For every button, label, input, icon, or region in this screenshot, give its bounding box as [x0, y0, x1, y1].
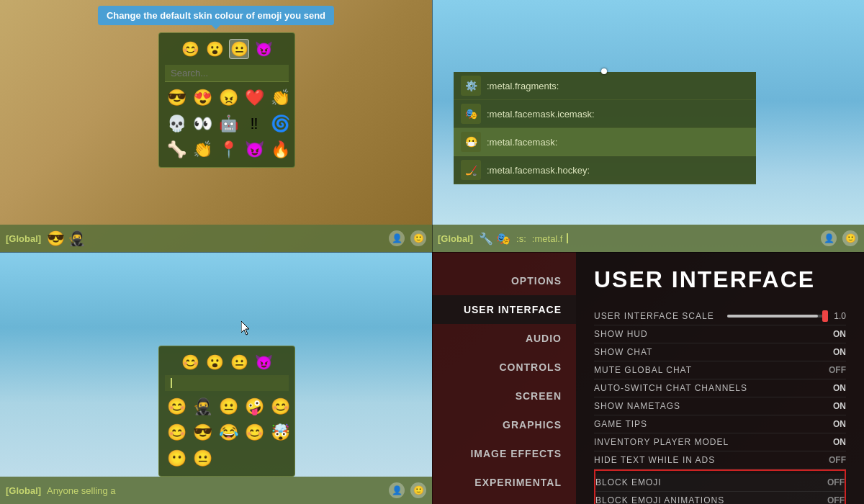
slider-track[interactable] [727, 315, 828, 318]
emoji-q3-6[interactable]: 😊 [165, 421, 188, 444]
chat-emoji-2: 🥷 [68, 230, 86, 247]
skin-tone-selector[interactable]: 😊 😮 😐 😈 [165, 39, 289, 59]
value-show-chat[interactable]: ON [810, 347, 846, 357]
skin-top-2[interactable]: 😮 [204, 352, 225, 372]
top-right-quadrant: ⚙️ :metal.fragments: 🎭 :metal.facemask.i… [432, 0, 864, 252]
value-block-animations[interactable]: OFF [809, 495, 845, 504]
emoji-cell[interactable]: 🤖 [217, 112, 240, 135]
emoji-cell[interactable]: 😎 [165, 86, 188, 109]
emoji-cell[interactable]: ‼️ [243, 112, 266, 135]
emoji-cell[interactable]: 🔥 [269, 138, 292, 161]
setting-row-ui-scale: USER INTERFACE SCALE 1.0 [594, 307, 846, 325]
search-with-cursor[interactable] [165, 375, 289, 391]
emoji-button-icon-q3[interactable]: 🙂 [410, 482, 426, 498]
skin-tone-medium-light[interactable]: 😐 [229, 39, 249, 59]
nav-item-image-effects[interactable]: IMAGE EFFECTS [432, 439, 576, 468]
emoji-q3-8[interactable]: 😂 [217, 421, 240, 444]
slider-fill [727, 315, 818, 318]
emoji-cell[interactable]: 👏 [269, 86, 292, 109]
bottom-left-quadrant: 😊 😮 😐 😈 😊 🥷 😐 🤪 😊 😊 😎 😂 😊 🤯 😶 😐 [0, 252, 432, 504]
skin-top-3[interactable]: 😐 [229, 352, 249, 372]
emoji-q3-4[interactable]: 🤪 [243, 395, 266, 418]
value-autoswitch[interactable]: ON [810, 383, 846, 393]
nav-item-audio[interactable]: AUDIO [432, 324, 576, 353]
nav-item-graphics[interactable]: GRAPHICS [432, 410, 576, 439]
value-show-hud[interactable]: ON [810, 329, 846, 339]
emoji-picker: 😊 😮 😐 😈 😎 😍 😠 ❤️ 👏 💀 👀 🤖 ‼️ 🌀 🦴 👏 📍 😈 🔥 [158, 32, 295, 168]
autocomplete-item-2[interactable]: 🎭 :metal.facemask.icemask: [454, 100, 756, 128]
item-text-1: :metal.fragments: [487, 81, 559, 91]
skin-top-4[interactable]: 😈 [253, 352, 274, 372]
emoji-cell[interactable]: ❤️ [243, 86, 266, 109]
nav-item-user-interface[interactable]: USER INTERFACE [432, 295, 576, 324]
emoji-cell[interactable]: 😈 [243, 138, 266, 161]
settings-nav: OPTIONS USER INTERFACE AUDIO CONTROLS SC… [432, 252, 576, 504]
chat-bar-q2: [Global] 🔧 🎭 :s: :metal.f 👤 🙂 [432, 225, 864, 252]
emoji-button-icon[interactable]: 🙂 [410, 230, 426, 246]
item-icon-3: 😷 [461, 132, 481, 152]
autocomplete-item-3[interactable]: 😷 :metal.facemask: [454, 128, 756, 156]
chat-text-q3[interactable]: Anyone selling a [47, 485, 383, 496]
nav-item-options[interactable]: OPTIONS [432, 266, 576, 295]
emoji-q3-3[interactable]: 😐 [217, 395, 240, 418]
autocomplete-item-4[interactable]: 🏒 :metal.facemask.hockey: [454, 156, 756, 184]
emoji-q3-7[interactable]: 😎 [191, 421, 214, 444]
emoji-q3-1[interactable]: 😊 [165, 395, 188, 418]
emoji-cell[interactable]: 😍 [191, 86, 214, 109]
nav-item-experimental[interactable]: EXPERIMENTAL [432, 468, 576, 497]
slider-thumb[interactable] [822, 310, 828, 322]
emoji-cell[interactable]: 🌀 [269, 112, 292, 135]
emoji-q3-2[interactable]: 🥷 [191, 395, 214, 418]
value-nametags[interactable]: ON [810, 401, 846, 411]
skin-tone-row-q3[interactable]: 😊 😮 😐 😈 [165, 352, 289, 372]
emoji-search-input[interactable] [165, 65, 289, 82]
chat-separator: :s: [516, 233, 526, 244]
nav-item-controls[interactable]: CONTROLS [432, 353, 576, 382]
value-inventory[interactable]: ON [810, 437, 846, 447]
item-icon-4: 🏒 [461, 160, 481, 180]
ui-scale-slider[interactable]: 1.0 [727, 311, 846, 321]
value-hide-text[interactable]: OFF [810, 455, 846, 465]
autocomplete-item-1[interactable]: ⚙️ :metal.fragments: [454, 72, 756, 100]
chat-input-text: :metal.f [532, 233, 563, 244]
highlighted-emoji-section: BLOCK EMOJI OFF BLOCK EMOJI ANIMATIONS O… [594, 469, 846, 504]
emoji-q3-9[interactable]: 😊 [243, 421, 266, 444]
label-mute-global: MUTE GLOBAL CHAT [594, 365, 692, 375]
item-text-3: :metal.facemask: [487, 137, 557, 148]
typing-cursor [567, 233, 568, 243]
chat-icons: 👤 🙂 [389, 230, 426, 246]
value-block-emoji[interactable]: OFF [809, 477, 845, 487]
emoji-cell[interactable]: 👀 [191, 112, 214, 135]
label-show-chat: SHOW CHAT [594, 347, 652, 357]
label-show-hud: SHOW HUD [594, 329, 648, 339]
emoji-cell[interactable]: 📍 [217, 138, 240, 161]
emoji-q3-11[interactable]: 😶 [165, 447, 188, 470]
skin-top-1[interactable]: 😊 [180, 352, 200, 372]
emoji-cell[interactable]: 🦴 [165, 138, 188, 161]
emoji-cell[interactable]: 😠 [217, 86, 240, 109]
chat-emoji-1: 😎 [47, 230, 65, 247]
settings-panel: OPTIONS USER INTERFACE AUDIO CONTROLS SC… [432, 252, 864, 504]
add-person-icon-q2[interactable]: 👤 [821, 230, 837, 246]
add-person-icon-q3[interactable]: 👤 [389, 482, 405, 498]
value-game-tips[interactable]: ON [810, 419, 846, 429]
emoji-button-icon-q2[interactable]: 🙂 [842, 230, 858, 246]
emoji-cell[interactable]: 👏 [191, 138, 214, 161]
emoji-picker-q3: 😊 😮 😐 😈 😊 🥷 😐 🤪 😊 😊 😎 😂 😊 🤯 😶 😐 [158, 346, 295, 477]
skin-tone-light[interactable]: 😮 [204, 39, 225, 59]
add-person-icon[interactable]: 👤 [389, 230, 405, 246]
emoji-q3-10[interactable]: 🤯 [269, 421, 292, 444]
skin-tone-dark[interactable]: 😈 [253, 39, 274, 59]
chat-text-input[interactable]: :metal.f [532, 233, 815, 244]
skin-tone-default[interactable]: 😊 [180, 39, 200, 59]
value-mute-global[interactable]: OFF [810, 365, 846, 375]
item-text-4: :metal.facemask.hockey: [487, 165, 590, 176]
autocomplete-dropdown: ⚙️ :metal.fragments: 🎭 :metal.facemask.i… [454, 72, 756, 184]
emoji-grid: 😎 😍 😠 ❤️ 👏 💀 👀 🤖 ‼️ 🌀 🦴 👏 📍 😈 🔥 [165, 86, 289, 161]
emoji-q3-12[interactable]: 😐 [191, 447, 214, 470]
nav-item-screen[interactable]: SCREEN [432, 382, 576, 410]
label-inventory: INVENTORY PLAYER MODEL [594, 437, 729, 447]
emoji-cell[interactable]: 💀 [165, 112, 188, 135]
settings-content: USER INTERFACE USER INTERFACE SCALE 1.0 … [576, 252, 864, 504]
emoji-q3-5[interactable]: 😊 [269, 395, 292, 418]
